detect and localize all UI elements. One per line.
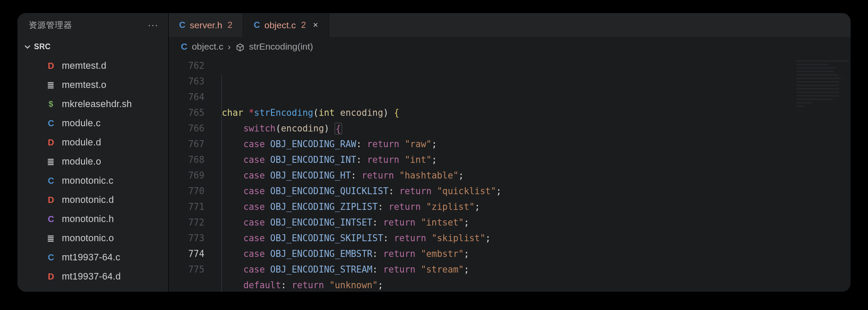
code-line[interactable]: case OBJ_ENCODING_INT: return "int"; [222,152,851,168]
line-number: 773 [169,230,204,246]
line-gutter: 7627637647657667677687697707717727737747… [169,56,210,292]
file-row[interactable]: Cmodule.c [17,114,168,133]
file-type-icon: C [45,176,57,186]
tab-badge: 2 [227,20,232,30]
file-type-icon: ≣ [45,80,57,91]
code-line[interactable]: case OBJ_ENCODING_RAW: return "raw"; [222,136,851,152]
code-line[interactable]: case OBJ_ENCODING_QUICKLIST: return "qui… [222,183,851,199]
file-row[interactable]: Cmonotonic.c [17,171,168,190]
line-number: 763 [169,74,204,89]
code-line[interactable]: case OBJ_ENCODING_STREAM: return "stream… [222,262,851,277]
breadcrumb-file: object.c [192,41,223,52]
file-type-icon: D [45,61,57,71]
file-row[interactable]: Dmonotonic.d [17,190,168,209]
code-area[interactable]: char *strEncoding(int encoding) { switch… [210,56,851,292]
code-line[interactable]: char *strEncoding(int encoding) { [222,105,851,121]
breadcrumb[interactable]: C object.c › strEncoding(int) [169,37,851,56]
file-name: mkreleasehdr.sh [62,99,132,110]
file-type-icon: D [45,138,57,148]
sidebar-header: 资源管理器 ··· [17,13,168,37]
minimap[interactable] [797,58,849,285]
file-row[interactable]: $mkreleasehdr.sh [17,94,168,114]
file-name: memtest.d [62,61,106,71]
symbol-method-icon [235,43,245,52]
line-number: 774 [169,246,204,262]
folder-row-src[interactable]: SRC [17,37,168,56]
file-name: monotonic.h [62,214,114,225]
editor[interactable]: 7627637647657667677687697707717727737747… [169,56,851,292]
file-type-icon: C [45,214,57,224]
code-line[interactable]: case OBJ_ENCODING_SKIPLIST: return "skip… [222,230,851,246]
code-line[interactable]: switch(encoding) { [222,121,851,136]
more-icon[interactable]: ··· [148,20,159,31]
file-name: monotonic.c [62,175,113,186]
file-name: module.d [62,137,101,148]
editor-window: 资源管理器 ··· SRC Dmemtest.d≣memtest.o$mkrel… [17,13,851,292]
file-name: mt19937-64.d [62,271,121,282]
file-type-icon: D [45,195,57,205]
folder-name: SRC [34,42,51,51]
file-type-icon: ≣ [45,233,57,244]
file-name: mt19937-64.c [62,252,120,263]
line-number: 762 [169,58,204,74]
line-number: 775 [169,262,204,277]
tab-badge: 2 [301,20,306,30]
line-number: 771 [169,199,204,215]
file-row[interactable]: ≣monotonic.o [17,229,168,248]
close-icon[interactable]: × [313,20,318,30]
breadcrumb-symbol: strEncoding(int) [249,41,313,52]
file-row[interactable]: Dmodule.d [17,133,168,152]
tab[interactable]: Cserver.h2 [169,13,243,37]
file-row[interactable]: Cmt19937-64.c [17,248,168,267]
sidebar: 资源管理器 ··· SRC Dmemtest.d≣memtest.o$mkrel… [17,13,169,292]
line-number: 765 [169,105,204,121]
tab-label: object.c [264,20,296,30]
line-number: 764 [169,89,204,105]
tab[interactable]: Cobject.c2× [243,13,329,37]
file-name: memtest.o [62,80,106,91]
line-number: 772 [169,215,204,230]
file-type-icon: C [179,20,185,30]
explorer-title: 资源管理器 [29,20,72,31]
file-name: monotonic.o [62,233,114,244]
tab-bar: Cserver.h2Cobject.c2× [169,13,851,37]
file-row[interactable]: Cmonotonic.h [17,209,168,229]
file-type-icon: C [254,20,260,30]
chevron-right-icon: › [228,41,231,52]
file-row[interactable]: Dmt19937-64.d [17,267,168,286]
line-number: 768 [169,152,204,168]
code-line[interactable]: case OBJ_ENCODING_EMBSTR: return "embstr… [222,246,851,262]
code-line[interactable]: case OBJ_ENCODING_INTSET: return "intset… [222,215,851,230]
chevron-down-icon [24,43,31,51]
code-line[interactable]: case OBJ_ENCODING_ZIPLIST: return "zipli… [222,199,851,215]
file-row[interactable]: ≣memtest.o [17,75,168,94]
line-number: 767 [169,136,204,152]
tab-label: server.h [190,20,222,30]
file-row[interactable]: Dmemtest.d [17,56,168,75]
file-type-icon: C [181,41,187,52]
line-number: 769 [169,168,204,183]
file-type-icon: C [45,253,57,263]
file-name: monotonic.d [62,195,114,206]
file-row[interactable]: ≣module.o [17,152,168,171]
file-type-icon: ≣ [45,157,57,167]
file-type-icon: D [45,272,57,282]
main-area: Cserver.h2Cobject.c2× C object.c › strEn… [169,13,851,292]
line-number: 770 [169,183,204,199]
file-name: module.o [62,156,101,167]
file-list: Dmemtest.d≣memtest.o$mkreleasehdr.shCmod… [17,56,168,292]
code-line[interactable]: case OBJ_ENCODING_HT: return "hashtable"… [222,168,851,183]
file-type-icon: C [45,118,57,128]
code-line[interactable]: default: return "unknown"; [222,277,851,292]
file-name: module.c [62,118,101,129]
line-number: 766 [169,121,204,136]
file-type-icon: $ [45,99,57,109]
